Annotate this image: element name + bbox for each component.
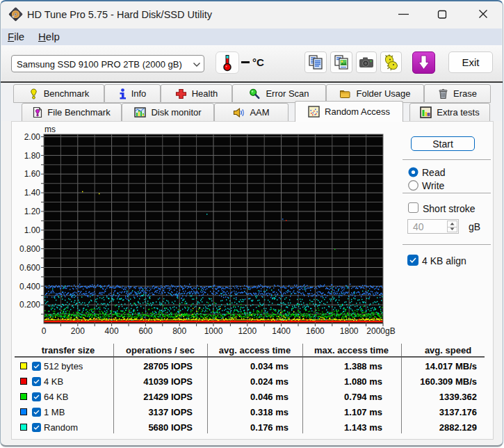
svg-text:1200: 1200 xyxy=(238,326,257,336)
svg-text:600: 600 xyxy=(138,326,152,336)
svg-text:1.00: 1.00 xyxy=(24,225,41,235)
svg-text:0.600: 0.600 xyxy=(19,263,40,273)
svg-text:0.200: 0.200 xyxy=(19,300,40,310)
svg-text:1.40: 1.40 xyxy=(24,188,41,198)
svg-text:400: 400 xyxy=(105,326,119,336)
svg-text:1.60: 1.60 xyxy=(24,169,41,179)
svg-text:1.20: 1.20 xyxy=(24,207,41,216)
svg-text:1.80: 1.80 xyxy=(24,151,41,161)
svg-text:0: 0 xyxy=(42,326,47,336)
svg-text:200: 200 xyxy=(71,326,85,336)
svg-text:1400: 1400 xyxy=(272,326,291,336)
svg-text:0.400: 0.400 xyxy=(19,282,40,291)
svg-text:2000gB: 2000gB xyxy=(366,326,395,336)
svg-text:800: 800 xyxy=(172,326,186,336)
svg-text:1600: 1600 xyxy=(306,326,325,336)
svg-text:2.00: 2.00 xyxy=(24,132,41,142)
svg-text:1800: 1800 xyxy=(340,326,359,336)
svg-text:ms: ms xyxy=(44,125,56,134)
svg-text:1000: 1000 xyxy=(204,326,223,336)
svg-text:0.800: 0.800 xyxy=(19,244,40,254)
